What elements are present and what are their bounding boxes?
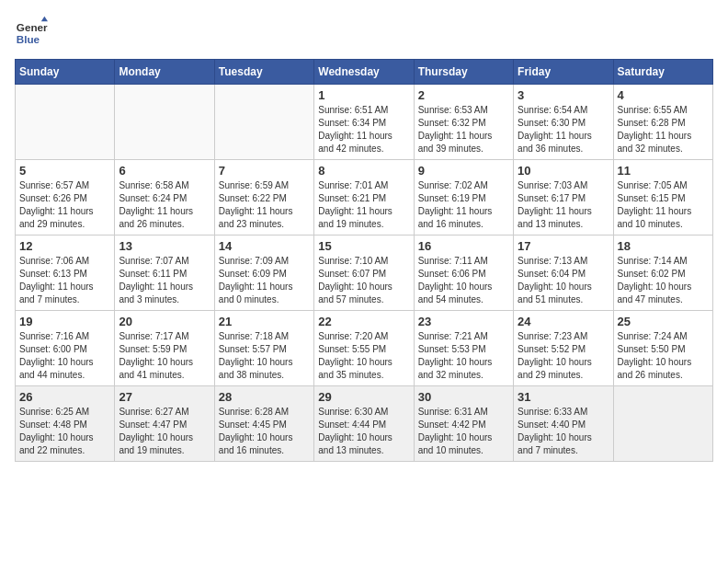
calendar-table: SundayMondayTuesdayWednesdayThursdayFrid…	[15, 59, 713, 462]
day-number: 25	[618, 315, 709, 328]
weekday-header: Friday	[514, 60, 613, 85]
day-number: 11	[618, 164, 709, 178]
logo-icon: General Blue	[15, 15, 48, 48]
calendar-day-cell: 23Sunrise: 7:21 AM Sunset: 5:53 PM Dayli…	[414, 311, 513, 386]
calendar-day-cell: 19Sunrise: 7:16 AM Sunset: 6:00 PM Dayli…	[16, 311, 115, 386]
calendar-day-cell: 18Sunrise: 7:14 AM Sunset: 6:02 PM Dayli…	[613, 236, 712, 311]
day-number: 7	[219, 164, 310, 178]
day-info: Sunrise: 7:07 AM Sunset: 6:11 PM Dayligh…	[119, 255, 210, 306]
calendar-day-cell	[16, 85, 115, 160]
logo: General Blue	[15, 15, 48, 48]
calendar-day-cell: 15Sunrise: 7:10 AM Sunset: 6:07 PM Dayli…	[314, 236, 414, 311]
calendar-day-cell: 4Sunrise: 6:55 AM Sunset: 6:28 PM Daylig…	[613, 85, 712, 160]
calendar-day-cell: 8Sunrise: 7:01 AM Sunset: 6:21 PM Daylig…	[314, 160, 414, 236]
day-number: 24	[518, 315, 609, 328]
weekday-header: Wednesday	[314, 60, 414, 85]
day-number: 28	[219, 390, 310, 404]
calendar-day-cell: 13Sunrise: 7:07 AM Sunset: 6:11 PM Dayli…	[115, 236, 214, 311]
day-number: 29	[318, 390, 409, 404]
day-info: Sunrise: 7:09 AM Sunset: 6:09 PM Dayligh…	[219, 255, 310, 306]
weekday-header: Sunday	[16, 60, 115, 85]
day-info: Sunrise: 6:57 AM Sunset: 6:26 PM Dayligh…	[19, 179, 110, 231]
day-number: 19	[19, 315, 110, 328]
day-info: Sunrise: 7:03 AM Sunset: 6:17 PM Dayligh…	[518, 179, 609, 231]
calendar-day-cell: 21Sunrise: 7:18 AM Sunset: 5:57 PM Dayli…	[214, 311, 313, 386]
weekday-header: Thursday	[414, 60, 513, 85]
day-info: Sunrise: 6:28 AM Sunset: 4:45 PM Dayligh…	[219, 406, 310, 457]
day-info: Sunrise: 7:16 AM Sunset: 6:00 PM Dayligh…	[19, 330, 110, 382]
calendar-day-cell: 12Sunrise: 7:06 AM Sunset: 6:13 PM Dayli…	[16, 236, 115, 311]
calendar-day-cell: 6Sunrise: 6:58 AM Sunset: 6:24 PM Daylig…	[115, 160, 214, 236]
calendar-day-cell: 11Sunrise: 7:05 AM Sunset: 6:15 PM Dayli…	[613, 160, 712, 236]
day-info: Sunrise: 6:33 AM Sunset: 4:40 PM Dayligh…	[518, 406, 609, 457]
day-number: 13	[119, 239, 210, 253]
day-number: 20	[119, 315, 210, 328]
day-info: Sunrise: 7:14 AM Sunset: 6:02 PM Dayligh…	[618, 255, 709, 306]
day-info: Sunrise: 6:53 AM Sunset: 6:32 PM Dayligh…	[418, 104, 509, 155]
calendar-day-cell: 9Sunrise: 7:02 AM Sunset: 6:19 PM Daylig…	[414, 160, 513, 236]
weekday-header-row: SundayMondayTuesdayWednesdayThursdayFrid…	[16, 60, 713, 85]
calendar-day-cell: 27Sunrise: 6:27 AM Sunset: 4:47 PM Dayli…	[115, 386, 214, 462]
day-info: Sunrise: 7:01 AM Sunset: 6:21 PM Dayligh…	[318, 179, 409, 231]
day-info: Sunrise: 7:17 AM Sunset: 5:59 PM Dayligh…	[119, 330, 210, 382]
svg-marker-2	[41, 17, 48, 21]
day-info: Sunrise: 6:25 AM Sunset: 4:48 PM Dayligh…	[19, 406, 110, 457]
day-info: Sunrise: 7:06 AM Sunset: 6:13 PM Dayligh…	[19, 255, 110, 306]
svg-text:Blue: Blue	[17, 33, 40, 45]
calendar-day-cell: 31Sunrise: 6:33 AM Sunset: 4:40 PM Dayli…	[514, 386, 613, 462]
calendar-week-row: 26Sunrise: 6:25 AM Sunset: 4:48 PM Dayli…	[16, 386, 713, 462]
day-number: 26	[19, 390, 110, 404]
day-info: Sunrise: 6:51 AM Sunset: 6:34 PM Dayligh…	[318, 104, 409, 155]
day-info: Sunrise: 7:05 AM Sunset: 6:15 PM Dayligh…	[618, 179, 709, 231]
day-number: 5	[19, 164, 110, 178]
calendar-day-cell: 24Sunrise: 7:23 AM Sunset: 5:52 PM Dayli…	[514, 311, 613, 386]
weekday-header: Tuesday	[214, 60, 313, 85]
day-info: Sunrise: 6:58 AM Sunset: 6:24 PM Dayligh…	[119, 179, 210, 231]
calendar-day-cell: 3Sunrise: 6:54 AM Sunset: 6:30 PM Daylig…	[514, 85, 613, 160]
calendar-week-row: 1Sunrise: 6:51 AM Sunset: 6:34 PM Daylig…	[16, 85, 713, 160]
day-info: Sunrise: 6:54 AM Sunset: 6:30 PM Dayligh…	[518, 104, 609, 155]
day-number: 15	[318, 239, 409, 253]
calendar-day-cell: 14Sunrise: 7:09 AM Sunset: 6:09 PM Dayli…	[214, 236, 313, 311]
day-number: 14	[219, 239, 310, 253]
day-number: 23	[418, 315, 509, 328]
day-info: Sunrise: 7:23 AM Sunset: 5:52 PM Dayligh…	[518, 330, 609, 382]
weekday-header: Monday	[115, 60, 214, 85]
day-number: 2	[418, 88, 509, 102]
calendar-day-cell	[214, 85, 313, 160]
day-info: Sunrise: 7:10 AM Sunset: 6:07 PM Dayligh…	[318, 255, 409, 306]
calendar-day-cell	[613, 386, 712, 462]
day-number: 22	[318, 315, 409, 328]
calendar-day-cell: 10Sunrise: 7:03 AM Sunset: 6:17 PM Dayli…	[514, 160, 613, 236]
calendar-day-cell: 2Sunrise: 6:53 AM Sunset: 6:32 PM Daylig…	[414, 85, 513, 160]
calendar-day-cell	[115, 85, 214, 160]
calendar-day-cell: 20Sunrise: 7:17 AM Sunset: 5:59 PM Dayli…	[115, 311, 214, 386]
day-info: Sunrise: 6:31 AM Sunset: 4:42 PM Dayligh…	[418, 406, 509, 457]
day-info: Sunrise: 6:59 AM Sunset: 6:22 PM Dayligh…	[219, 179, 310, 231]
day-info: Sunrise: 7:13 AM Sunset: 6:04 PM Dayligh…	[518, 255, 609, 306]
page-header: General Blue	[15, 15, 713, 48]
day-info: Sunrise: 7:24 AM Sunset: 5:50 PM Dayligh…	[618, 330, 709, 382]
calendar-week-row: 5Sunrise: 6:57 AM Sunset: 6:26 PM Daylig…	[16, 160, 713, 236]
day-number: 9	[418, 164, 509, 178]
day-info: Sunrise: 7:21 AM Sunset: 5:53 PM Dayligh…	[418, 330, 509, 382]
day-info: Sunrise: 7:18 AM Sunset: 5:57 PM Dayligh…	[219, 330, 310, 382]
day-number: 4	[618, 88, 709, 102]
calendar-day-cell: 16Sunrise: 7:11 AM Sunset: 6:06 PM Dayli…	[414, 236, 513, 311]
calendar-day-cell: 30Sunrise: 6:31 AM Sunset: 4:42 PM Dayli…	[414, 386, 513, 462]
day-number: 21	[219, 315, 310, 328]
day-number: 3	[518, 88, 609, 102]
day-number: 1	[318, 88, 409, 102]
day-info: Sunrise: 7:11 AM Sunset: 6:06 PM Dayligh…	[418, 255, 509, 306]
calendar-week-row: 19Sunrise: 7:16 AM Sunset: 6:00 PM Dayli…	[16, 311, 713, 386]
weekday-header: Saturday	[613, 60, 712, 85]
day-number: 16	[418, 239, 509, 253]
day-number: 12	[19, 239, 110, 253]
day-number: 6	[119, 164, 210, 178]
calendar-day-cell: 29Sunrise: 6:30 AM Sunset: 4:44 PM Dayli…	[314, 386, 414, 462]
calendar-day-cell: 5Sunrise: 6:57 AM Sunset: 6:26 PM Daylig…	[16, 160, 115, 236]
day-info: Sunrise: 7:02 AM Sunset: 6:19 PM Dayligh…	[418, 179, 509, 231]
day-number: 31	[518, 390, 609, 404]
day-number: 30	[418, 390, 509, 404]
day-number: 17	[518, 239, 609, 253]
